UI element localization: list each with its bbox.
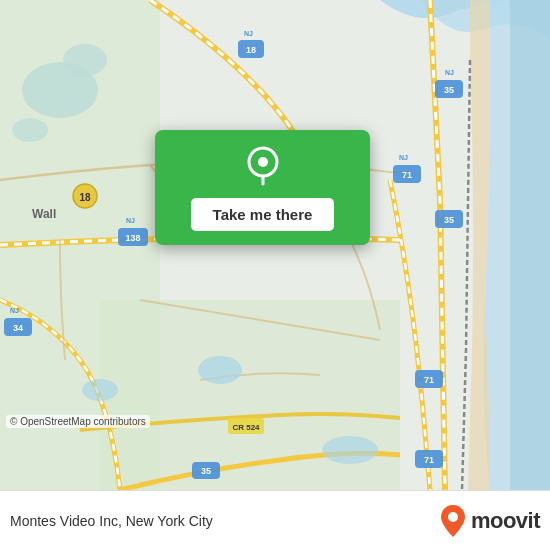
popup-card[interactable]: Take me there [155,130,370,245]
svg-text:35: 35 [444,85,454,95]
take-me-there-button[interactable]: Take me there [191,198,335,231]
moovit-text: moovit [471,508,540,534]
svg-text:Wall: Wall [32,207,56,221]
svg-point-39 [448,512,458,522]
svg-text:18: 18 [246,45,256,55]
svg-point-35 [322,436,378,464]
location-pin-icon [241,144,285,188]
svg-point-34 [198,356,242,384]
osm-credit: © OpenStreetMap contributors [6,415,150,428]
svg-point-36 [82,379,118,401]
moovit-pin-icon [439,505,467,537]
svg-text:NJ: NJ [399,154,408,161]
moovit-logo: moovit [439,505,540,537]
map-container: 18 NJ 35 NJ 71 NJ 35 138 NJ 34 NJ 18 CR … [0,0,550,490]
place-name: Montes Video Inc, New York City [10,513,439,529]
svg-text:71: 71 [424,455,434,465]
svg-text:NJ: NJ [126,217,135,224]
svg-text:CR 524: CR 524 [232,423,260,432]
svg-text:35: 35 [444,215,454,225]
svg-text:71: 71 [402,170,412,180]
svg-text:35: 35 [201,466,211,476]
svg-text:18: 18 [79,192,91,203]
bottom-bar: Montes Video Inc, New York City moovit [0,490,550,550]
svg-text:71: 71 [424,375,434,385]
svg-point-38 [258,157,268,167]
svg-text:138: 138 [125,233,140,243]
svg-text:NJ: NJ [445,69,454,76]
svg-text:NJ: NJ [244,30,253,37]
svg-text:NJ: NJ [10,307,19,314]
svg-text:34: 34 [13,323,23,333]
